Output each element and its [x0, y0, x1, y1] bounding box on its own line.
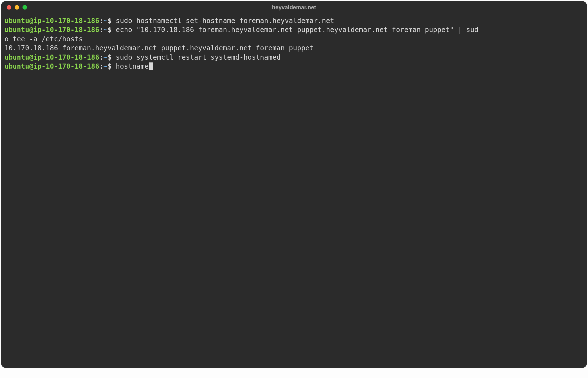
terminal-line: ubuntu@ip-10-170-18-186:~$ sudo hostname… [5, 16, 583, 25]
prompt-colon: : [99, 17, 104, 25]
command-text-wrap: o tee -a /etc/hosts [5, 35, 83, 43]
prompt-symbol: $ [107, 62, 112, 70]
prompt-user: ubuntu@ip-10-170-18-186 [5, 26, 99, 34]
terminal-line: ubuntu@ip-10-170-18-186:~$ sudo systemct… [5, 53, 583, 62]
prompt-symbol: $ [107, 53, 112, 61]
command-text: hostname [116, 62, 149, 70]
prompt-user: ubuntu@ip-10-170-18-186 [5, 62, 99, 70]
command-text: sudo systemctl restart systemd-hostnamed [116, 53, 281, 61]
terminal-output-line: 10.170.18.186 foreman.heyvaldemar.net pu… [5, 44, 583, 53]
maximize-icon[interactable] [23, 5, 27, 10]
terminal-line: ubuntu@ip-10-170-18-186:~$ echo "10.170.… [5, 25, 583, 34]
titlebar: heyvaldemar.net [1, 1, 587, 14]
traffic-lights [7, 5, 27, 10]
prompt-user: ubuntu@ip-10-170-18-186 [5, 17, 99, 25]
terminal-body[interactable]: ubuntu@ip-10-170-18-186:~$ sudo hostname… [1, 14, 587, 368]
prompt-path: ~ [104, 17, 108, 25]
window-title: heyvaldemar.net [1, 4, 587, 11]
minimize-icon[interactable] [15, 5, 19, 10]
prompt-symbol: $ [107, 17, 112, 25]
prompt-user: ubuntu@ip-10-170-18-186 [5, 53, 99, 61]
close-icon[interactable] [7, 5, 11, 10]
command-text: sudo hostnamectl set-hostname foreman.he… [116, 17, 334, 25]
prompt-colon: : [99, 53, 104, 61]
prompt-colon: : [99, 62, 104, 70]
command-text: echo "10.170.18.186 foreman.heyvaldemar.… [116, 26, 479, 34]
terminal-line-wrap: o tee -a /etc/hosts [5, 35, 583, 44]
prompt-symbol: $ [107, 26, 112, 34]
terminal-window: heyvaldemar.net ubuntu@ip-10-170-18-186:… [1, 1, 587, 368]
prompt-colon: : [99, 26, 104, 34]
terminal-line: ubuntu@ip-10-170-18-186:~$ hostname [5, 62, 583, 71]
output-text: 10.170.18.186 foreman.heyvaldemar.net pu… [5, 44, 314, 52]
prompt-path: ~ [104, 62, 108, 70]
prompt-path: ~ [104, 53, 108, 61]
prompt-path: ~ [104, 26, 108, 34]
cursor-block-icon [149, 62, 153, 70]
